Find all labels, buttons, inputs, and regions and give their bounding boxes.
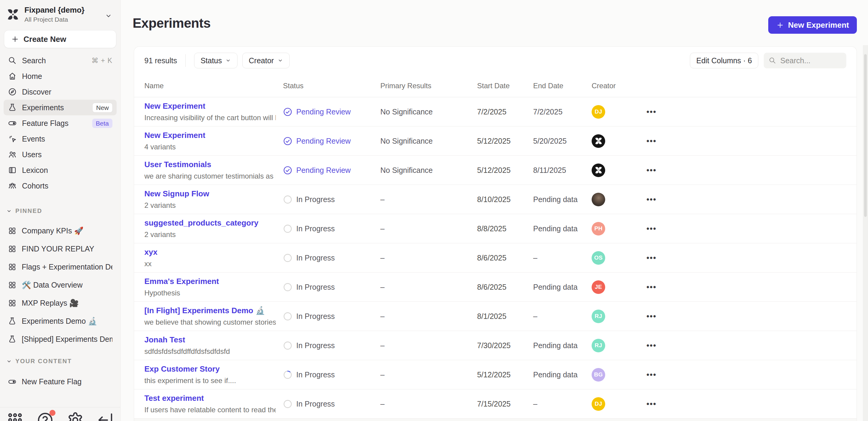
sidebar-item-events[interactable]: Events (4, 131, 117, 147)
section-header-your-content[interactable]: YOUR CONTENT (0, 358, 120, 365)
sidebar-item-users[interactable]: Users (4, 147, 117, 162)
column-header-primary-results: Primary Results (380, 82, 477, 90)
experiment-name-link[interactable]: New Experiment (144, 131, 205, 140)
table-row[interactable]: xyxxxIn Progress–8/6/2025–OS••• (134, 243, 857, 272)
creator-cell: BG (592, 368, 647, 382)
creator-cell (592, 134, 647, 148)
end-date-cell: Pending data (533, 195, 592, 204)
table-row[interactable]: Jonah TestsdfdsfdsfsdfdffdfdsfsdfdsfdIn … (134, 331, 857, 360)
primary-results-cell: No Significance (380, 166, 477, 175)
new-experiment-button[interactable]: New Experiment (768, 16, 857, 34)
board-icon (8, 226, 17, 235)
table-row[interactable]: New Signup Flow2 variantsIn Progress–8/1… (134, 185, 857, 214)
experiment-name-link[interactable]: Test experiment (144, 394, 204, 403)
avatar: OS (592, 251, 605, 265)
row-overflow-menu[interactable]: ••• (647, 136, 656, 146)
filter-buttons: StatusCreator (194, 53, 294, 68)
sidebar-item-data-overview[interactable]: 🛠️ Data Overview (4, 276, 117, 294)
sidebar-item-new-feature-flag[interactable]: New Feature Flag (4, 373, 117, 391)
end-date-cell: – (533, 400, 592, 408)
creator-cell: DJ (592, 105, 647, 119)
sidebar-item-experiments-demo[interactable]: Experiments Demo 🔬 (4, 312, 117, 330)
experiment-name-link[interactable]: Emma's Experiment (144, 277, 219, 286)
sidebar-item-label: New Feature Flag (22, 377, 82, 386)
progress-circle-icon (283, 283, 292, 292)
workspace-name: Fixpanel {demo} (24, 5, 84, 15)
scrollbar-thumb[interactable] (864, 54, 867, 217)
table-row[interactable]: User Testimonialswe are sharing customer… (134, 156, 857, 185)
column-header-start-date: Start Date (477, 82, 533, 90)
sidebar-item-company-kpis[interactable]: Company KPIs 🚀 (4, 222, 117, 240)
apps-grid-icon[interactable] (6, 411, 24, 421)
sidebar-item-shipped-experiments-demo[interactable]: [Shipped] Experiments Demo 🖊️ (4, 330, 117, 348)
row-overflow-menu[interactable]: ••• (647, 253, 656, 263)
creator-cell (592, 164, 647, 177)
experiment-name-link[interactable]: Exp Customer Story (144, 364, 220, 374)
check-circle-icon (283, 136, 292, 146)
primary-results-cell: – (380, 400, 477, 408)
experiment-name-link[interactable]: [In Flight] Experiments Demo 🔬 (144, 306, 265, 315)
workspace-switcher[interactable]: Fixpanel {demo} All Project Data (0, 0, 120, 27)
row-overflow-menu[interactable]: ••• (647, 107, 656, 117)
table-row[interactable]: New Experiment4 variantsPending ReviewNo… (134, 127, 857, 156)
start-date-cell: 8/1/2025 (477, 312, 533, 321)
row-overflow-menu[interactable]: ••• (647, 283, 656, 292)
table-row[interactable]: Emma's ExperimentHypothesisIn Progress–8… (134, 272, 857, 302)
row-overflow-menu[interactable]: ••• (647, 370, 656, 380)
edit-columns-button[interactable]: Edit Columns · 6 (690, 53, 758, 68)
row-overflow-menu[interactable]: ••• (647, 341, 656, 350)
progress-spinner-icon (283, 370, 292, 380)
primary-results-cell: – (380, 224, 477, 233)
experiment-name-link[interactable]: Jonah Test (144, 335, 185, 345)
progress-circle-icon (283, 312, 292, 321)
row-overflow-menu[interactable]: ••• (647, 312, 656, 321)
experiment-name-link[interactable]: New Experiment (144, 101, 205, 111)
table-row[interactable]: Exp Customer Storythis experiment is to … (134, 360, 857, 389)
sidebar-item-home[interactable]: Home (4, 68, 117, 84)
search-input[interactable] (780, 56, 838, 65)
sidebar-item-discover[interactable]: Discover (4, 84, 117, 100)
status-cell: In Progress (283, 399, 380, 409)
row-overflow-menu[interactable]: ••• (647, 399, 656, 409)
sidebar-item-mxp-replays[interactable]: MXP Replays 🎥 (4, 294, 117, 312)
experiment-name-link[interactable]: New Signup Flow (144, 189, 209, 198)
filter-creator-dropdown[interactable]: Creator (242, 53, 289, 68)
avatar (592, 193, 605, 206)
row-overflow-menu[interactable]: ••• (647, 166, 656, 175)
table-row[interactable]: suggested_products_category2 variantsIn … (134, 214, 857, 243)
sidebar-item-search[interactable]: Search⌘ + K (4, 53, 117, 68)
sidebar-item-find-your-replay[interactable]: FIND YOUR REPLAY (4, 240, 117, 258)
sidebar-item-cohorts[interactable]: Cohorts (4, 178, 117, 194)
table-header-row: NameStatusPrimary ResultsStart DateEnd D… (134, 74, 857, 97)
sidebar-item-lexicon[interactable]: Lexicon (4, 162, 117, 178)
help-icon[interactable] (36, 411, 54, 421)
filter-status-dropdown[interactable]: Status (194, 53, 238, 68)
cohorts-icon (8, 181, 17, 190)
workspace-project: All Project Data (24, 16, 84, 23)
main-content: Experiments New Experiment 91 results St… (121, 0, 868, 421)
row-overflow-menu[interactable]: ••• (647, 195, 656, 204)
start-date-cell: 5/12/2025 (477, 137, 533, 145)
sidebar-item-feature-flags[interactable]: Feature FlagsBeta (4, 115, 117, 131)
start-date-cell: 7/2/2025 (477, 107, 533, 116)
vertical-scrollbar (863, 45, 868, 421)
experiment-name-link[interactable]: xyx (144, 248, 157, 257)
collapse-sidebar-icon[interactable] (96, 411, 114, 421)
table-row[interactable]: [In Flight] Experiments Demo 🔬we believe… (134, 302, 857, 331)
sidebar-item-flags-experimentation-demo[interactable]: Flags + Experimentation Demo , (4, 258, 117, 276)
settings-icon[interactable] (66, 411, 84, 421)
row-overflow-menu[interactable]: ••• (647, 224, 656, 233)
experiment-name-link[interactable]: User Testimonials (144, 160, 211, 169)
table-row[interactable]: Test experimentIf users have relatable c… (134, 389, 857, 419)
fixpanel-logo-icon (6, 7, 20, 21)
search-icon (769, 57, 776, 64)
create-new-button[interactable]: Create New (4, 30, 116, 48)
chevron-down-icon (277, 58, 283, 64)
sidebar-item-experiments[interactable]: ExperimentsNew (4, 100, 117, 115)
section-header-pinned[interactable]: PINNED (0, 207, 120, 215)
discover-icon (8, 87, 17, 96)
table-row[interactable]: New ExperimentIncreasing visibility of t… (134, 97, 857, 127)
status-label: In Progress (296, 254, 335, 262)
end-date-cell: Pending data (533, 341, 592, 350)
experiment-name-link[interactable]: suggested_products_category (144, 218, 258, 228)
